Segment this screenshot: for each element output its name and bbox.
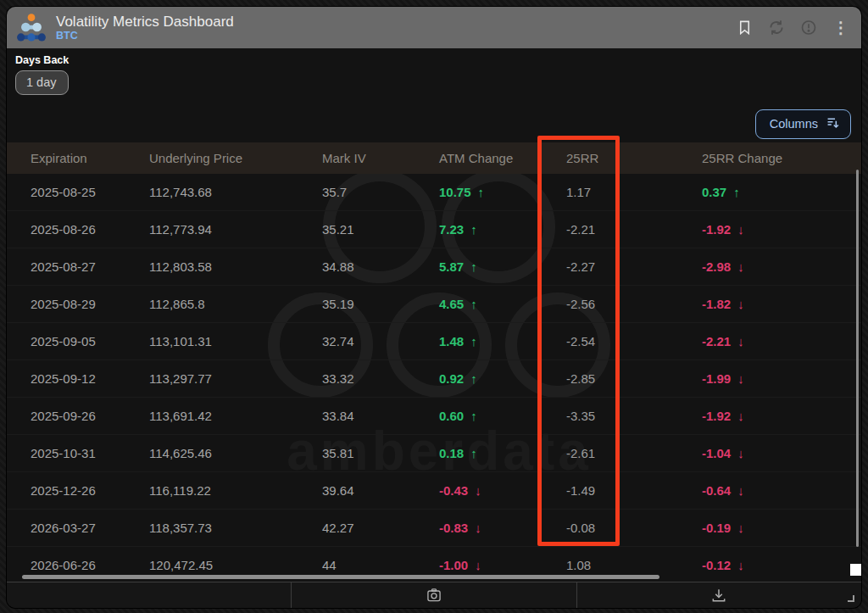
table-row[interactable]: 2025-09-26113,691.4233.840.60↑-3.35-1.92… xyxy=(7,398,861,435)
up-arrow-icon: ↑ xyxy=(470,222,477,237)
dashboard-window: Volatility Metrics Dashboard BTC ⋮ xyxy=(7,7,861,608)
table-row[interactable]: 2026-03-27118,357.7342.27-0.83↓-0.08-0.1… xyxy=(7,510,861,547)
atm-change-cell: -0.43↓ xyxy=(439,483,566,498)
table-row[interactable]: 2025-12-26116,119.2239.64-0.43↓-1.49-0.6… xyxy=(7,472,861,510)
table-row[interactable]: 2025-10-31114,625.4635.810.18↑-2.61-1.04… xyxy=(7,435,861,472)
rr25-change-cell: -2.98↓ xyxy=(702,259,861,274)
down-arrow-icon: ↓ xyxy=(737,409,744,423)
column-header-atm-change[interactable]: ATM Change xyxy=(439,151,566,165)
down-arrow-icon: ↓ xyxy=(737,446,744,460)
refresh-icon[interactable] xyxy=(768,20,785,36)
column-header-mark-iv[interactable]: Mark IV xyxy=(322,151,439,165)
table-row[interactable]: 2025-08-25112,743.6835.710.75↑1.170.37↑1 xyxy=(7,174,861,211)
screenshot-camera-button[interactable] xyxy=(426,587,442,604)
column-header-25rr-change[interactable]: 25RR Change xyxy=(702,151,861,165)
mark-iv-cell: 35.21 xyxy=(322,222,439,237)
vertical-scrollbar[interactable] xyxy=(856,170,859,547)
rr25-cell: -2.27 xyxy=(566,259,702,274)
table-row[interactable]: 2025-09-05113,101.3132.741.48↑-2.54-2.21… xyxy=(7,323,861,360)
download-button[interactable] xyxy=(710,587,727,604)
atm-change-cell: 5.87↑ xyxy=(439,259,566,274)
mark-iv-cell: 33.84 xyxy=(322,409,439,423)
rr25-change-cell: -1.92↓ xyxy=(702,222,861,237)
rr25-change-cell: -2.21↓ xyxy=(702,334,861,348)
down-arrow-icon: ↓ xyxy=(737,222,744,237)
expiration-cell: 2025-12-26 xyxy=(31,483,149,498)
down-arrow-icon: ↓ xyxy=(737,521,744,535)
down-arrow-icon: ↓ xyxy=(737,371,744,386)
titlebar-actions: ⋮ xyxy=(736,20,849,36)
rr25-cell: 1.17 xyxy=(566,185,702,199)
resize-corner-handle xyxy=(848,595,854,602)
app-logo-icon xyxy=(15,12,47,44)
rr25-cell: -1.49 xyxy=(566,483,702,498)
kebab-menu-icon[interactable]: ⋮ xyxy=(832,20,849,36)
rr25-change-cell: -1.04↓ xyxy=(702,446,861,460)
rr25-cell: -0.08 xyxy=(566,521,702,535)
asset-label: BTC xyxy=(56,30,234,42)
table-row[interactable]: 2025-08-29112,865.835.194.65↑-2.56-1.82↓… xyxy=(7,286,861,323)
atm-change-cell: 1.48↑ xyxy=(439,334,566,348)
up-arrow-icon: ↑ xyxy=(470,334,477,348)
column-header-expiration[interactable]: Expiration xyxy=(31,151,149,165)
table-row[interactable]: 2025-08-27112,803.5834.885.87↑-2.27-2.98… xyxy=(7,248,861,286)
columns-button[interactable]: Columns xyxy=(755,109,851,139)
table-header-row: ExpirationUnderlying PriceMark IVATM Cha… xyxy=(7,142,861,174)
down-arrow-icon: ↓ xyxy=(737,483,744,498)
rr25-change-cell: -1.99↓ xyxy=(702,371,861,386)
mark-iv-cell: 32.74 xyxy=(322,334,439,348)
column-filter-icon xyxy=(826,115,840,132)
atm-change-cell: -1.00↓ xyxy=(439,558,566,572)
mark-iv-cell: 39.64 xyxy=(322,483,439,498)
rr25-cell: -2.21 xyxy=(566,222,702,237)
rr25-change-cell: 0.37↑ xyxy=(702,185,861,199)
expiration-cell: 2025-08-25 xyxy=(31,185,149,199)
atm-change-cell: 7.23↑ xyxy=(439,222,566,237)
rr25-change-cell: -1.82↓ xyxy=(702,297,861,311)
column-header-underlying-price[interactable]: Underlying Price xyxy=(149,151,322,165)
rr25-change-cell: -0.19↓ xyxy=(702,521,861,535)
mark-iv-cell: 34.88 xyxy=(322,259,439,274)
down-arrow-icon: ↓ xyxy=(737,259,744,274)
info-icon[interactable] xyxy=(800,20,817,36)
underlying-price-cell: 112,773.94 xyxy=(149,222,322,237)
underlying-price-cell: 114,625.46 xyxy=(149,446,322,460)
up-arrow-icon: ↑ xyxy=(470,409,477,423)
table-row[interactable]: 2025-08-26112,773.9435.217.23↑-2.21-1.92… xyxy=(7,211,861,248)
down-arrow-icon: ↓ xyxy=(737,297,744,311)
column-header-25rr[interactable]: 25RR xyxy=(566,151,702,165)
rr25-change-cell: -0.12↓ xyxy=(702,558,861,572)
rr25-change-cell: -1.92↓ xyxy=(702,409,861,423)
table-row[interactable]: 2025-09-12113,297.7733.320.92↑-2.85-1.99… xyxy=(7,360,861,398)
days-back-label: Days Back xyxy=(15,54,69,66)
mark-iv-cell: 35.81 xyxy=(322,446,439,460)
footer-cell-middle xyxy=(291,582,576,608)
rr25-cell: 1.08 xyxy=(566,558,702,572)
underlying-price-cell: 113,691.42 xyxy=(149,409,322,423)
table-body: 2025-08-25112,743.6835.710.75↑1.170.37↑1… xyxy=(7,174,861,582)
underlying-price-cell: 112,803.58 xyxy=(149,259,322,274)
rr25-cell: -2.54 xyxy=(566,334,702,348)
days-back-select[interactable]: 1 day xyxy=(15,70,69,95)
footer-cell-left xyxy=(7,582,291,608)
down-arrow-icon: ↓ xyxy=(475,483,481,498)
atm-change-cell: 0.18↑ xyxy=(439,446,566,460)
rr25-cell: -2.85 xyxy=(566,371,702,386)
expiration-cell: 2025-08-29 xyxy=(31,297,149,311)
filters: Days Back 1 day xyxy=(15,54,69,95)
expiration-cell: 2025-10-31 xyxy=(31,446,149,460)
expiration-cell: 2025-08-26 xyxy=(31,222,149,237)
horizontal-scrollbar[interactable] xyxy=(22,575,659,579)
down-arrow-icon: ↓ xyxy=(737,334,744,348)
columns-button-label: Columns xyxy=(770,117,818,131)
underlying-price-cell: 112,743.68 xyxy=(149,185,322,199)
up-arrow-icon: ↑ xyxy=(470,259,477,274)
footer-toolbar xyxy=(7,582,861,608)
bookmark-icon[interactable] xyxy=(736,20,753,36)
underlying-price-cell: 113,297.77 xyxy=(149,371,322,386)
down-arrow-icon: ↓ xyxy=(737,558,744,572)
footer-cell-right xyxy=(576,582,861,608)
expiration-cell: 2025-09-12 xyxy=(31,371,149,386)
atm-change-cell: -0.83↓ xyxy=(439,521,566,535)
window-titlebar: Volatility Metrics Dashboard BTC ⋮ xyxy=(7,7,861,48)
